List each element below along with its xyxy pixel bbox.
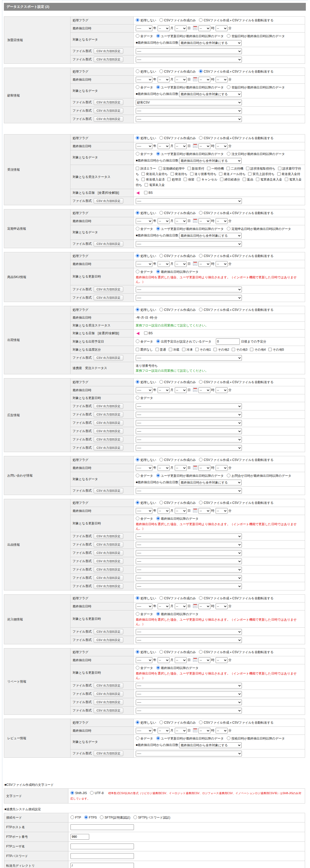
data-target-option[interactable]: 最終抽出日時以降のデータ <box>156 269 199 275</box>
file-format-select[interactable]: ---- <box>136 550 242 556</box>
csv-output-settings-button[interactable]: CSV 出力項目設定 <box>94 49 123 54</box>
minute-select[interactable]: -- <box>216 508 227 514</box>
csv-output-settings-button[interactable]: CSV 出力項目設定 <box>94 567 123 572</box>
file-format-select[interactable]: ---- <box>136 708 242 713</box>
process-flag-option[interactable]: CSVファイル作成＋CSVファイルを自動転送する <box>199 650 273 655</box>
process-flag-radio[interactable] <box>199 308 203 311</box>
csv-output-settings-button[interactable]: CSV 出力項目設定 <box>94 637 123 643</box>
process-flag-option[interactable]: 処理しない <box>136 211 156 216</box>
data-target-option[interactable]: 全データ <box>136 665 153 671</box>
calendar-icon[interactable] <box>193 728 197 732</box>
process-flag-option[interactable]: CSVファイル作成のみ <box>159 307 196 313</box>
status-checkbox[interactable] <box>256 178 259 181</box>
process-flag-option[interactable]: CSVファイル作成＋CSVファイルを自動転送する <box>199 18 273 23</box>
process-flag-radio[interactable] <box>199 720 203 724</box>
process-flag-radio[interactable] <box>136 501 140 504</box>
status-checkbox-item[interactable]: 決済エラー <box>136 167 156 170</box>
status-checkbox-item[interactable]: 二次待機 <box>226 167 243 170</box>
process-flag-option[interactable]: 処理しない <box>136 69 156 74</box>
minute-select[interactable]: -- <box>216 26 227 31</box>
year-select[interactable]: ---- <box>136 77 152 83</box>
status-checkbox-item[interactable]: 冷蔵 <box>169 348 180 351</box>
process-flag-radio[interactable] <box>159 650 163 654</box>
process-flag-option[interactable]: CSVファイル作成＋CSVファイルを自動転送する <box>199 500 273 506</box>
data-target-radio[interactable] <box>136 736 140 740</box>
connection-field-input[interactable] <box>70 843 134 849</box>
calendar-icon[interactable] <box>193 388 197 392</box>
csv-output-settings-button[interactable]: CSV 出力項目設定 <box>94 683 123 688</box>
status-checkbox[interactable] <box>214 348 217 351</box>
ship-date-radio[interactable] <box>156 339 160 343</box>
data-target-radio[interactable] <box>156 736 160 740</box>
status-checkbox[interactable] <box>169 348 172 351</box>
process-flag-option[interactable]: 処理しない <box>136 500 156 506</box>
file-format-select[interactable]: ---- <box>136 403 242 409</box>
month-select[interactable]: -- <box>158 261 169 267</box>
calendar-icon[interactable] <box>193 657 197 662</box>
day-select[interactable]: -- <box>175 387 187 393</box>
day-select[interactable]: -- <box>175 508 187 514</box>
year-select[interactable]: ---- <box>136 218 152 224</box>
status-checkbox[interactable] <box>226 167 230 170</box>
csv-output-settings-button[interactable]: CSV 出力項目設定 <box>94 428 123 434</box>
file-format-select[interactable]: ---- <box>136 49 242 54</box>
process-flag-radio[interactable] <box>199 211 203 215</box>
process-flag-option[interactable]: CSVファイル作成のみ <box>159 500 196 506</box>
status-checkbox[interactable] <box>277 172 281 176</box>
file-format-select[interactable]: ---- <box>136 198 242 204</box>
hour-select[interactable]: -- <box>198 77 210 83</box>
status-checkbox-item[interactable]: その他3 <box>232 348 247 351</box>
status-checkbox[interactable] <box>246 167 249 170</box>
status-checkbox[interactable] <box>184 178 187 181</box>
data-target-radio[interactable] <box>156 517 160 520</box>
status-checkbox-item[interactable]: キャンセル <box>197 178 217 181</box>
status-checkbox-item[interactable]: 締日経過分 <box>220 178 240 181</box>
file-format-select[interactable]: ---- <box>136 700 242 705</box>
day-select[interactable]: -- <box>175 603 187 609</box>
file-format-select[interactable]: ---- <box>136 437 242 442</box>
day-select[interactable]: -- <box>175 657 187 663</box>
calendar-icon[interactable] <box>193 261 197 266</box>
connection-mode-option[interactable]: FTP <box>70 815 81 820</box>
data-target-option[interactable]: 全データ <box>136 395 153 401</box>
month-select[interactable]: -- <box>158 508 169 514</box>
file-format-select[interactable]: ---- <box>136 241 242 247</box>
process-flag-option[interactable]: 処理しない <box>136 307 156 313</box>
data-target-option[interactable]: 最終抽出日時以降のデータ <box>156 612 199 617</box>
csv-output-settings-button[interactable]: CSV 出力項目設定 <box>94 100 123 105</box>
data-target-radio[interactable] <box>156 152 160 156</box>
csv-output-settings-button[interactable]: CSV 出力項目設定 <box>94 108 123 114</box>
data-target-option[interactable]: 全データ <box>136 516 153 522</box>
extract-days-select[interactable]: 最終抽出日時から全件対象にする <box>179 91 242 97</box>
process-flag-option[interactable]: CSVファイル作成＋CSVファイルを自動転送する <box>199 720 273 725</box>
csv-output-settings-button[interactable]: CSV 出力項目設定 <box>94 558 123 564</box>
month-select[interactable]: -- <box>158 603 169 609</box>
minute-select[interactable]: -- <box>216 465 227 471</box>
status-checkbox-item[interactable]: 返品 <box>243 178 253 181</box>
charset-option[interactable]: Shift-JIS <box>70 790 87 796</box>
file-format-select[interactable]: ---- <box>136 637 242 643</box>
charset-option[interactable]: UTF-8 <box>90 790 103 796</box>
file-format-select[interactable]: ---- <box>136 108 242 114</box>
file-format-select[interactable]: 顧客CSV <box>136 100 242 105</box>
process-flag-option[interactable]: 処理しない <box>136 720 156 725</box>
file-format-select[interactable]: ---- <box>136 355 242 361</box>
csv-output-settings-button[interactable]: CSV 出力項目設定 <box>94 355 123 361</box>
hour-select[interactable]: -- <box>198 261 210 267</box>
data-target-option[interactable]: 最終抽出日時以降のデータ <box>156 665 199 671</box>
store-checkbox[interactable] <box>144 191 148 194</box>
data-target-radio[interactable] <box>136 396 140 400</box>
status-checkbox[interactable] <box>278 167 281 170</box>
status-checkbox-item[interactable]: その他1 <box>195 348 211 351</box>
hour-select[interactable]: -- <box>198 26 210 31</box>
csv-output-settings-button[interactable]: CSV 出力項目設定 <box>94 708 123 713</box>
csv-output-settings-button[interactable]: CSV 出力項目設定 <box>94 241 123 247</box>
csv-output-settings-button[interactable]: CSV 出力項目設定 <box>94 403 123 409</box>
store-checkbox-item[interactable]: BS <box>144 331 153 335</box>
status-checkbox-item[interactable]: 選択なし <box>136 348 153 351</box>
process-flag-radio[interactable] <box>136 650 140 654</box>
connection-field-input[interactable] <box>70 863 134 868</box>
status-checkbox[interactable] <box>219 172 222 176</box>
csv-output-settings-button[interactable]: CSV 出力項目設定 <box>94 629 123 634</box>
process-flag-option[interactable]: CSVファイル作成＋CSVファイルを自動転送する <box>199 307 273 313</box>
